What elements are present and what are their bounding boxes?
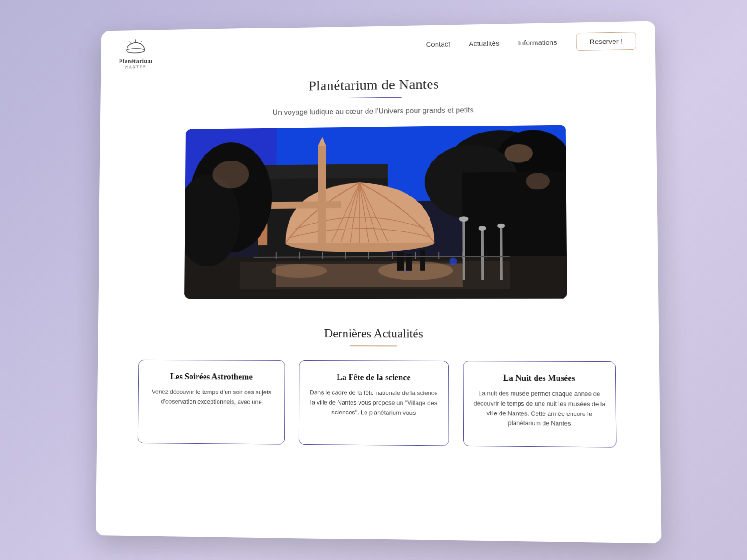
hero-subtitle: Un voyage ludique au cœur de l'Univers p… bbox=[109, 104, 647, 119]
svg-rect-33 bbox=[420, 250, 425, 271]
svg-line-3 bbox=[141, 41, 143, 44]
cards-row: Les Soirées Astrotheme Venez découvrir l… bbox=[106, 360, 651, 448]
hero-title-underline bbox=[346, 97, 402, 98]
nav-link-informations[interactable]: Informations bbox=[518, 38, 557, 47]
actualites-section: Dernières Actualités Les Soirées Astroth… bbox=[97, 308, 660, 457]
svg-point-0 bbox=[127, 48, 145, 53]
hero-title: Planétarium de Nantes bbox=[110, 73, 647, 97]
planetarium-logo-icon bbox=[125, 37, 147, 57]
logo[interactable]: Planétarium NANTES bbox=[119, 37, 153, 70]
svg-rect-23 bbox=[481, 228, 484, 280]
hero-image-svg bbox=[184, 125, 567, 299]
section-underline bbox=[350, 345, 397, 346]
card-fete-science-text: Dans le cadre de la fête nationale de la… bbox=[309, 388, 439, 418]
svg-line-2 bbox=[129, 41, 132, 44]
reserve-button[interactable]: Reserver ! bbox=[576, 32, 636, 51]
svg-point-26 bbox=[497, 224, 505, 228]
card-astrotheme-text: Venez découvrir le temps d'un soir des s… bbox=[148, 387, 275, 407]
svg-point-22 bbox=[459, 216, 468, 222]
hero-section: Planétarium de Nantes Un voyage ludique … bbox=[98, 54, 658, 308]
section-title-actualites: Dernières Actualités bbox=[107, 327, 649, 342]
svg-point-24 bbox=[479, 226, 486, 231]
card-nuit-musees-title: La Nuit des Musées bbox=[473, 373, 606, 384]
svg-rect-31 bbox=[397, 252, 404, 271]
card-astrotheme[interactable]: Les Soirées Astrotheme Venez découvrir l… bbox=[138, 360, 285, 445]
svg-rect-14 bbox=[318, 146, 326, 243]
nav-link-actualites[interactable]: Actualités bbox=[469, 39, 499, 48]
svg-point-27 bbox=[449, 257, 457, 265]
card-nuit-musees-text: La nuit des musée permet chaque année de… bbox=[473, 389, 606, 429]
card-fete-science[interactable]: La Fête de la science Dans le cadre de l… bbox=[299, 360, 449, 446]
hero-image bbox=[184, 125, 567, 299]
page-wrapper: Planétarium NANTES Contact Actualités In… bbox=[96, 21, 662, 543]
logo-text-sub: NANTES bbox=[125, 64, 147, 69]
svg-rect-25 bbox=[500, 226, 503, 280]
svg-rect-21 bbox=[462, 219, 465, 280]
card-nuit-musees[interactable]: La Nuit des Musées La nuit des musée per… bbox=[463, 361, 616, 448]
logo-text-main: Planétarium bbox=[119, 57, 153, 65]
card-fete-science-title: La Fête de la science bbox=[309, 372, 439, 383]
nav-link-contact[interactable]: Contact bbox=[426, 40, 451, 49]
card-astrotheme-title: Les Soirées Astrotheme bbox=[148, 372, 275, 382]
